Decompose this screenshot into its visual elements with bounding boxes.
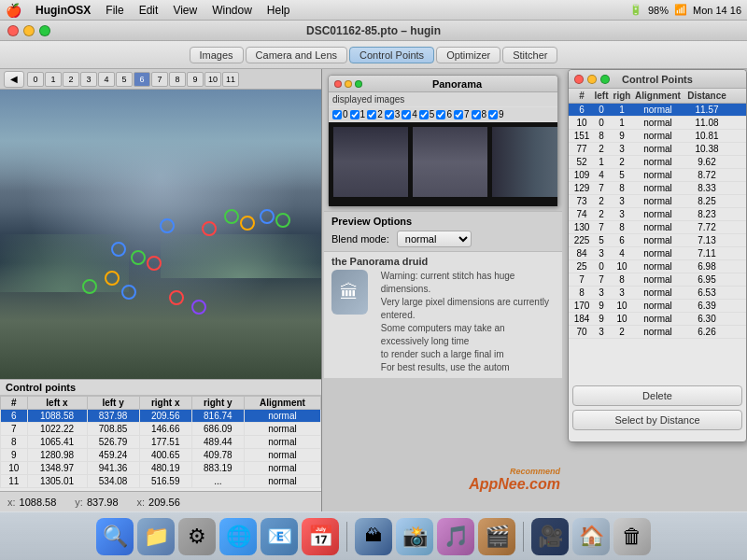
menu-window[interactable]: Window (204, 0, 260, 20)
cp-rows-container[interactable]: 601normal11.571001normal11.0815189normal… (569, 104, 746, 382)
cp-panel-row[interactable]: 15189normal10.81 (569, 130, 746, 143)
dock-trash[interactable]: 🗑 (613, 518, 651, 555)
tab-stitcher[interactable]: Stitcher (502, 47, 557, 63)
cp-circle-12[interactable] (169, 290, 184, 305)
table-row[interactable]: 61088.58837.98209.56816.74normal (1, 410, 321, 423)
close-button[interactable] (7, 25, 19, 36)
menu-view[interactable]: View (165, 0, 204, 20)
dock-calendar[interactable]: 📅 (302, 518, 339, 555)
pano-cb-3[interactable]: 3 (385, 109, 401, 119)
nav-num-5[interactable]: 5 (116, 72, 133, 87)
cp-panel-row[interactable]: 10945normal8.72 (569, 169, 746, 182)
menu-file[interactable]: File (98, 0, 131, 20)
blend-select[interactable]: normal (397, 231, 472, 247)
nav-num-0[interactable]: 0 (27, 72, 44, 87)
pano-cb-5[interactable]: 5 (419, 109, 435, 119)
cp-panel-row[interactable]: 7323normal8.25 (569, 195, 746, 208)
minimize-button[interactable] (23, 25, 35, 36)
dock-hugin[interactable]: 🏔 (355, 518, 392, 555)
cp-circle-10[interactable] (121, 285, 136, 300)
pano-close[interactable] (334, 80, 342, 88)
nav-num-2[interactable]: 2 (63, 72, 79, 87)
cp-panel-row[interactable]: 601normal11.57 (569, 104, 746, 117)
cp-panel-row[interactable]: 12978normal8.33 (569, 182, 746, 195)
nav-num-9[interactable]: 9 (187, 72, 204, 87)
table-row[interactable]: 101348.97941.36480.19883.19normal (1, 462, 321, 475)
nav-num-3[interactable]: 3 (80, 72, 97, 87)
cp-panel-row[interactable]: 7723normal10.38 (569, 143, 746, 156)
pano-cb-7[interactable]: 7 (454, 109, 470, 119)
pano-cb-2[interactable]: 2 (367, 109, 383, 119)
tab-camera-lens[interactable]: Camera and Lens (246, 47, 347, 63)
pano-min[interactable] (345, 80, 352, 88)
nav-num-8[interactable]: 8 (169, 72, 186, 87)
dock-dvd[interactable]: 🎬 (478, 518, 515, 555)
cp-panel-row[interactable]: 22556normal7.13 (569, 234, 746, 247)
nav-num-1[interactable]: 1 (45, 72, 62, 87)
dock-mail[interactable]: 📧 (261, 518, 298, 555)
cp-max-btn[interactable] (600, 75, 610, 84)
menu-help[interactable]: Help (260, 0, 298, 20)
image-view[interactable] (0, 90, 321, 379)
dock-finder[interactable]: 🔍 (96, 518, 134, 555)
nav-num-10[interactable]: 10 (204, 72, 221, 87)
nav-num-4[interactable]: 4 (98, 72, 115, 87)
cp-panel-row[interactable]: 833normal6.53 (569, 287, 746, 300)
cp-panel-row[interactable]: 778normal6.95 (569, 273, 746, 287)
cp-panel-row[interactable]: 184910normal6.30 (569, 313, 746, 326)
maximize-button[interactable] (39, 25, 50, 36)
cp-circle-13[interactable] (191, 300, 206, 315)
delete-button[interactable]: Delete (572, 385, 742, 406)
pano-cb-6[interactable]: 6 (436, 109, 452, 119)
cp-panel-row[interactable]: 25010normal6.98 (569, 260, 746, 273)
dock-safari[interactable]: 🌐 (219, 518, 257, 555)
app-name[interactable]: HuginOSX (28, 0, 98, 20)
dock-imovie[interactable]: 🎥 (531, 518, 569, 555)
cp-circle-1[interactable] (202, 221, 217, 236)
table-row[interactable]: 71022.22708.85146.66686.09normal (1, 423, 321, 436)
dock-folder[interactable]: 📁 (137, 518, 175, 555)
dock-iphoto[interactable]: 📸 (396, 518, 433, 555)
cp-circle-8[interactable] (147, 256, 162, 271)
pano-cb-1[interactable]: 1 (350, 109, 366, 119)
cp-circle-7[interactable] (131, 250, 146, 265)
pano-cb-8[interactable]: 8 (472, 109, 487, 119)
nav-num-11[interactable]: 11 (222, 72, 239, 87)
tab-optimizer[interactable]: Optimizer (436, 47, 500, 63)
menu-edit[interactable]: Edit (132, 0, 166, 20)
select-distance-button[interactable]: Select by Distance (572, 410, 742, 430)
table-row[interactable]: 111305.01534.08516.59...normal (1, 475, 321, 488)
cp-circle-11[interactable] (82, 279, 97, 294)
cp-circle-3[interactable] (240, 216, 255, 231)
cp-panel-row[interactable]: 1001normal11.08 (569, 117, 746, 130)
nav-back-btn[interactable]: ◀ (4, 71, 24, 88)
cp-circle-6[interactable] (111, 242, 126, 257)
table-row[interactable]: 81065.41526.79177.51489.44normal (1, 436, 321, 449)
dock-home[interactable]: 🏠 (572, 518, 610, 555)
dock-itunes[interactable]: 🎵 (437, 518, 474, 555)
cp-circle-9[interactable] (105, 271, 120, 286)
cp-min-btn[interactable] (587, 75, 597, 84)
cp-panel-row[interactable]: 7032normal6.26 (569, 326, 746, 339)
apple-menu[interactable]: 🍎 (6, 3, 21, 18)
cp-circle-4[interactable] (260, 209, 275, 224)
tab-images[interactable]: Images (190, 47, 244, 63)
pano-cb-4[interactable]: 4 (402, 109, 417, 119)
cp-panel-row[interactable]: 13078normal7.72 (569, 221, 746, 234)
cp-circle-0[interactable] (160, 218, 175, 233)
cp-panel-row[interactable]: 170910normal6.39 (569, 300, 746, 313)
table-row[interactable]: 91280.98459.24400.65409.78normal (1, 449, 321, 462)
dock-system-prefs[interactable]: ⚙ (178, 518, 216, 555)
pano-cb-9[interactable]: 9 (488, 109, 504, 119)
pano-max[interactable] (355, 80, 362, 88)
cp-close-btn[interactable] (574, 75, 584, 84)
pano-cb-0[interactable]: 0 (332, 109, 348, 119)
tab-control-points[interactable]: Control Points (349, 47, 434, 63)
nav-num-6[interactable]: 6 (134, 72, 150, 87)
cp-panel-row[interactable]: 8434normal7.11 (569, 247, 746, 260)
cp-circle-5[interactable] (275, 213, 290, 228)
cp-panel-row[interactable]: 7423normal8.23 (569, 208, 746, 221)
nav-num-7[interactable]: 7 (151, 72, 168, 87)
cp-panel-row[interactable]: 5212normal9.62 (569, 156, 746, 169)
cp-circle-2[interactable] (224, 209, 239, 224)
